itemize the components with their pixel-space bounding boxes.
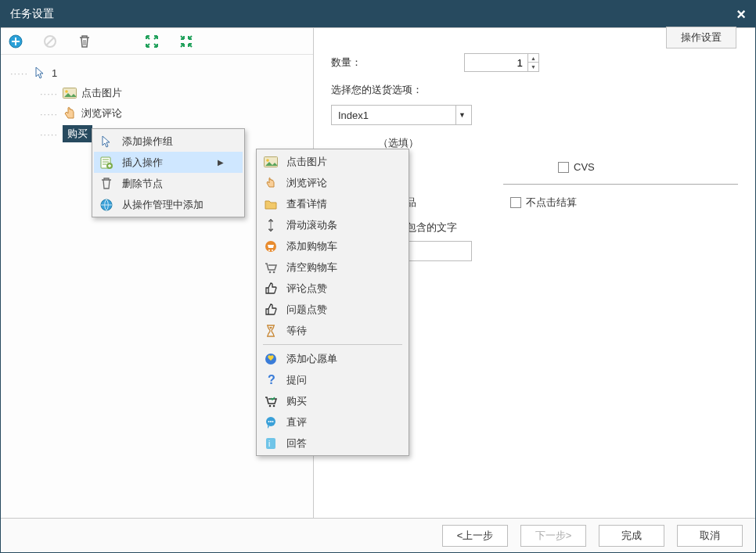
folder-icon [263,196,279,212]
hand-icon [63,106,77,120]
no-checkout-checkbox[interactable]: 不点击结算 [510,196,577,210]
collapse-icon [179,34,193,48]
cart-icon [263,260,279,275]
spin-down-icon[interactable]: ▼ [528,63,538,71]
svg-point-11 [269,271,272,273]
svg-line-2 [46,38,54,45]
row-qty: 数量： ▲ ▼ [331,53,738,72]
svg-point-4 [65,90,68,93]
expand-button[interactable] [143,33,160,50]
tree-item-view-reviews[interactable]: ····· 浏览评论 [7,103,307,124]
op-add-cart[interactable]: 添加购物车 [258,235,407,257]
insert-submenu: 点击图片 浏览评论 查看详情 滑动滚动条 [256,149,409,456]
separator [503,184,738,185]
op-clear-cart[interactable]: 清空购物车 [258,257,407,278]
chat-icon [263,415,279,430]
globe-icon [99,197,114,213]
checkbox-icon [558,162,569,173]
cursor-icon [99,134,114,149]
op-view-detail[interactable]: 查看详情 [258,193,407,214]
expand-icon [145,34,159,48]
tree-toolbar [1,28,313,55]
trash-icon [99,176,114,192]
thumb-up-icon [263,302,279,318]
op-view-reviews[interactable]: 浏览评论 [258,172,407,193]
collapse-button[interactable] [178,33,195,50]
svg-point-15 [269,404,272,407]
ship-select[interactable]: Index1 ▼ [331,105,472,125]
tree-item-click-image[interactable]: ····· 点击图片 [7,83,307,103]
dialog-title: 任务设置 [10,7,54,21]
op-like-review[interactable]: 评论点赞 [258,278,407,299]
forbid-button [41,33,59,50]
op-answer[interactable]: i 回答 [258,433,407,454]
action-tree: ····· 1 ····· 点击图片 ····· [1,55,313,518]
qty-label: 数量： [331,56,456,70]
cursor-icon [33,66,47,80]
ctx-insert-op[interactable]: 插入操作 ▶ [94,152,243,173]
op-scroll[interactable]: 滑动滚动条 [258,214,407,235]
next-button: 下一步> [520,525,586,547]
picture-icon [263,154,279,170]
picture-icon [63,86,77,100]
ship-value: Index1 [338,110,369,121]
svg-text:i: i [268,440,270,448]
done-button[interactable]: 完成 [599,525,664,547]
qty-input[interactable] [465,54,527,71]
svg-point-9 [266,159,269,162]
add-button[interactable] [7,33,24,50]
op-wait[interactable]: 等待 [258,320,407,341]
titlebar: 任务设置 × [1,1,755,27]
svg-point-18 [268,421,270,422]
ctx-add-from-manager[interactable]: 从操作管理中添加 [94,194,243,215]
close-icon[interactable]: × [736,5,746,23]
ship-label: 选择您的送货选项： [331,83,423,97]
wishlist-icon [263,351,279,367]
op-add-wishlist[interactable]: 添加心愿单 [258,348,407,369]
cart-add-icon [263,239,279,254]
op-ask[interactable]: ? 提问 [258,369,407,390]
task-settings-dialog: 任务设置 × [0,0,756,553]
dialog-footer: <上一步 下一步> 完成 取消 [1,518,755,552]
ctx-add-group[interactable]: 添加操作组 [94,131,243,152]
settings-tab[interactable]: 操作设置 [666,27,736,48]
thumb-up-icon [263,281,279,296]
svg-rect-21 [266,438,275,449]
hand-icon [263,175,279,191]
svg-point-12 [273,271,275,273]
question-icon: ? [263,372,279,388]
dialog-body: ····· 1 ····· 点击图片 ····· [1,27,755,518]
forbid-icon [43,34,57,48]
tree-root[interactable]: ····· 1 [7,63,307,83]
svg-point-20 [272,421,274,422]
doc-plus-icon [99,155,114,171]
svg-point-19 [270,421,272,422]
cart-buy-icon [263,393,279,409]
svg-text:?: ? [268,373,275,386]
context-menu: 添加操作组 插入操作 ▶ 删除节点 从操作管理中添加 [92,128,245,217]
qty-spinbox[interactable]: ▲ ▼ [464,53,539,72]
hourglass-icon [263,323,279,339]
chevron-right-icon: ▶ [218,158,224,167]
op-direct-review[interactable]: 直评 [258,411,407,433]
prev-button[interactable]: <上一步 [442,525,508,547]
checkbox-icon [510,197,521,208]
left-pane: ····· 1 ····· 点击图片 ····· [1,28,314,518]
cancel-button[interactable]: 取消 [677,525,743,547]
scroll-icon [263,217,279,233]
ctx-delete-node[interactable]: 删除节点 [94,173,243,194]
op-buy[interactable]: 购买 [258,390,407,411]
op-like-question[interactable]: 问题点赞 [258,299,407,320]
chevron-down-icon: ▼ [455,106,468,124]
spin-up-icon[interactable]: ▲ [528,54,538,63]
answer-icon: i [263,436,279,451]
svg-point-16 [273,404,275,407]
row-ship-select: Index1 ▼ [331,105,738,125]
row-ship-label: 选择您的送货选项： [331,83,738,97]
delete-button[interactable] [76,33,93,50]
op-click-image[interactable]: 点击图片 [258,151,407,172]
trash-icon [78,34,91,48]
plus-circle-icon [9,34,23,48]
menu-separator [263,344,402,345]
cvs-checkbox[interactable]: CVS [558,161,595,173]
